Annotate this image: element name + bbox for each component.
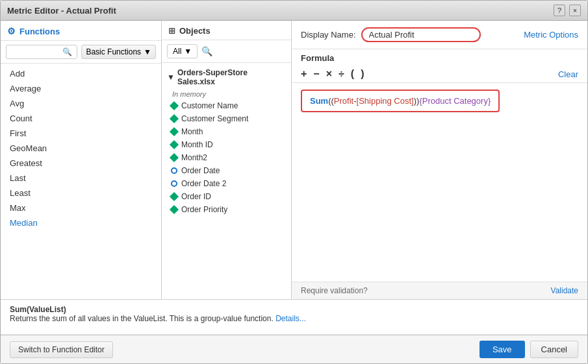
object-label: Order Date 2 xyxy=(181,179,226,188)
metric-options-link[interactable]: Metric Options xyxy=(524,30,578,40)
function-item-count[interactable]: Count xyxy=(1,111,161,126)
object-item-month[interactable]: Month xyxy=(162,125,291,138)
all-dropdown-label: All xyxy=(173,47,181,56)
display-name-label: Display Name: xyxy=(301,30,356,40)
diamond-icon xyxy=(170,101,179,110)
save-button[interactable]: Save xyxy=(479,341,525,358)
diamond-icon xyxy=(170,114,179,123)
formula-box: Sum((Profit-[Shipping Cost])){Product Ca… xyxy=(301,90,500,112)
object-label: Customer Segment xyxy=(181,114,248,123)
description-area: Sum(ValueList) Returns the sum of all va… xyxy=(1,300,587,335)
op-close-paren[interactable]: ) xyxy=(361,68,364,80)
footer-right: Save Cancel xyxy=(479,341,578,358)
function-item-last[interactable]: Last xyxy=(1,171,161,186)
diamond-icon xyxy=(170,153,179,162)
main-content: ⚙ Functions 🔍 Basic Functions ▼ Add Aver… xyxy=(1,21,587,299)
functions-icon: ⚙ xyxy=(7,26,16,36)
function-item-avg[interactable]: Avg xyxy=(1,96,161,111)
op-divide[interactable]: ÷ xyxy=(339,68,344,80)
diamond-icon xyxy=(170,127,179,136)
formula-field-shipping: [Shipping Cost] xyxy=(357,96,414,106)
object-item-order-date-2[interactable]: Order Date 2 xyxy=(162,177,291,190)
title-bar: Metric Editor - Actual Profit ? × xyxy=(1,1,587,21)
function-item-greatest[interactable]: Greatest xyxy=(1,156,161,171)
diamond-icon xyxy=(170,205,179,214)
metric-editor-dialog: Metric Editor - Actual Profit ? × ⚙ Func… xyxy=(0,0,588,364)
switch-to-function-editor-button[interactable]: Switch to Function Editor xyxy=(10,341,113,358)
chevron-down-icon: ▼ xyxy=(144,47,151,56)
close-button[interactable]: × xyxy=(569,5,581,16)
objects-panel-title: Objects xyxy=(179,26,211,36)
diamond-icon xyxy=(170,192,179,201)
object-item-month-id[interactable]: Month ID xyxy=(162,138,291,151)
clock-icon xyxy=(171,180,177,187)
object-label: Order Date xyxy=(181,166,220,175)
display-name-input[interactable] xyxy=(369,30,473,40)
collapse-arrow-icon: ▼ xyxy=(167,73,175,82)
object-label: Customer Name xyxy=(181,101,238,110)
datasource-item[interactable]: ▼ Orders-SuperStore Sales.xlsx xyxy=(162,66,291,89)
details-link[interactable]: Details... xyxy=(275,314,306,323)
object-label: Order Priority xyxy=(181,205,227,214)
object-item-customer-segment[interactable]: Customer Segment xyxy=(162,112,291,125)
object-item-month2[interactable]: Month2 xyxy=(162,151,291,164)
function-item-first[interactable]: First xyxy=(1,126,161,141)
in-memory-label: In memory xyxy=(162,89,291,99)
search-icon: 🔍 xyxy=(62,47,72,56)
functions-search-row: 🔍 Basic Functions ▼ xyxy=(1,41,161,64)
formula-section-label: Formula xyxy=(292,49,587,66)
footer: Switch to Function Editor Save Cancel xyxy=(1,335,587,363)
functions-panel-title: Functions xyxy=(19,27,60,36)
help-button[interactable]: ? xyxy=(554,5,565,16)
bottom-section: Sum(ValueList) Returns the sum of all va… xyxy=(1,299,587,363)
function-item-average[interactable]: Average xyxy=(1,81,161,96)
object-label: Order ID xyxy=(181,192,211,201)
formula-dim-product: {Product Category} xyxy=(419,96,491,106)
op-minus[interactable]: − xyxy=(313,68,319,80)
op-open-paren[interactable]: ( xyxy=(351,68,354,80)
objects-list: ▼ Orders-SuperStore Sales.xlsx In memory… xyxy=(162,63,291,299)
dialog-title: Metric Editor - Actual Profit xyxy=(7,6,116,16)
description-text: Returns the sum of all values in the Val… xyxy=(10,314,274,323)
clear-link[interactable]: Clear xyxy=(558,69,578,79)
function-item-least[interactable]: Least xyxy=(1,186,161,200)
validate-link[interactable]: Validate xyxy=(551,286,578,295)
title-bar-controls: ? × xyxy=(554,5,581,16)
function-item-geomean[interactable]: GeoMean xyxy=(1,141,161,156)
op-plus[interactable]: + xyxy=(301,68,307,80)
functions-list: Add Average Avg Count First GeoMean Grea… xyxy=(1,64,161,299)
objects-icon: ⊞ xyxy=(168,26,175,36)
functions-dropdown-label: Basic Functions xyxy=(86,47,141,56)
function-item-add[interactable]: Add xyxy=(1,66,161,81)
object-item-order-priority[interactable]: Order Priority xyxy=(162,203,291,216)
function-item-max[interactable]: Max xyxy=(1,200,161,215)
clock-icon xyxy=(171,167,177,174)
formula-func: Sum xyxy=(310,96,328,106)
display-name-row: Display Name: Metric Options xyxy=(292,21,587,49)
object-label: Month xyxy=(181,127,203,136)
objects-search-row: All ▼ 🔍 xyxy=(162,40,291,63)
validation-text: Require validation? xyxy=(301,286,368,295)
formula-field-profit: Profit xyxy=(334,96,353,106)
description-function-name: Sum(ValueList) xyxy=(10,305,66,314)
cancel-button[interactable]: Cancel xyxy=(530,341,578,358)
object-label: Month ID xyxy=(181,140,213,149)
display-name-input-wrap xyxy=(361,27,481,42)
op-times[interactable]: × xyxy=(326,68,332,80)
functions-dropdown[interactable]: Basic Functions ▼ xyxy=(81,45,156,59)
diamond-icon xyxy=(170,140,179,149)
objects-all-dropdown[interactable]: All ▼ xyxy=(167,44,198,58)
formula-editor[interactable]: Sum((Profit-[Shipping Cost])){Product Ca… xyxy=(292,83,587,282)
object-item-order-id[interactable]: Order ID xyxy=(162,190,291,203)
functions-panel-header: ⚙ Functions xyxy=(1,21,161,41)
object-item-customer-name[interactable]: Customer Name xyxy=(162,99,291,112)
datasource-label: Orders-SuperStore Sales.xlsx xyxy=(177,68,286,86)
functions-search-box[interactable]: 🔍 xyxy=(6,45,77,59)
object-item-order-date[interactable]: Order Date xyxy=(162,164,291,177)
chevron-down-icon: ▼ xyxy=(184,47,192,56)
functions-search-input[interactable] xyxy=(10,47,62,56)
objects-search-icon[interactable]: 🔍 xyxy=(201,46,212,56)
object-label: Month2 xyxy=(181,153,207,162)
function-item-median[interactable]: Median xyxy=(1,215,161,230)
formula-panel: Display Name: Metric Options Formula + −… xyxy=(292,21,587,299)
